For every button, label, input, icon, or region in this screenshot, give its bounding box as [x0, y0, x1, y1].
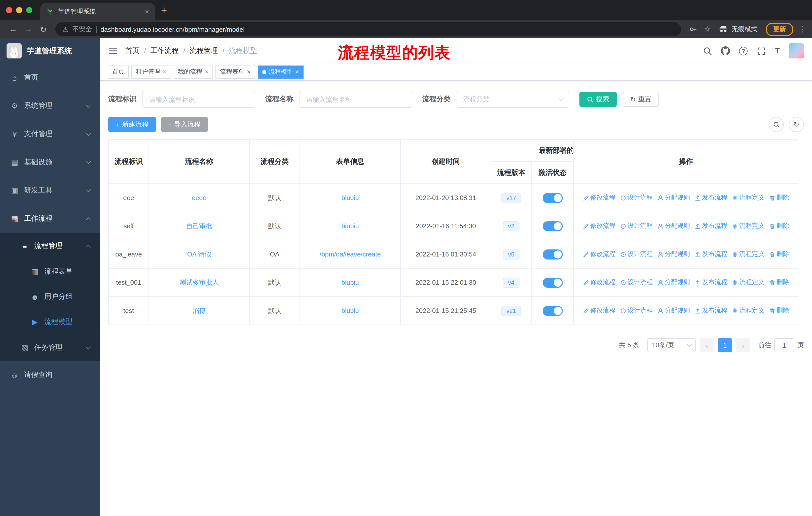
process-definition-link[interactable]: 流程定义: [732, 193, 764, 202]
assign-rule-link[interactable]: 分配规则: [657, 250, 690, 259]
tag-tenant-management[interactable]: 租户管理 ×: [132, 65, 171, 78]
fullscreen-icon[interactable]: [757, 46, 766, 55]
browser-tab[interactable]: 芋道管理系统 ×: [40, 3, 155, 20]
active-status-toggle[interactable]: [543, 277, 562, 288]
publish-process-link[interactable]: 发布流程: [694, 306, 727, 315]
tag-home[interactable]: 首页: [108, 65, 129, 78]
active-status-toggle[interactable]: [543, 249, 562, 259]
zoom-window-button[interactable]: [26, 7, 32, 13]
process-name-link[interactable]: 测试多审批人: [179, 278, 219, 286]
close-window-button[interactable]: [6, 7, 12, 13]
design-process-link[interactable]: 设计流程: [620, 278, 653, 287]
form-info-link[interactable]: /bpm/oa/leave/create: [320, 250, 381, 258]
active-status-toggle[interactable]: [543, 193, 562, 203]
prev-page-button[interactable]: ‹: [700, 338, 714, 352]
form-info-link[interactable]: biubiu: [341, 222, 359, 230]
reload-icon[interactable]: ↻: [36, 24, 50, 34]
sidebar-item-system-management[interactable]: ⚙ 系统管理: [0, 92, 100, 120]
form-info-link[interactable]: biubiu: [341, 307, 359, 315]
process-definition-link[interactable]: 流程定义: [732, 306, 764, 315]
toggle-search-button[interactable]: [769, 117, 784, 132]
close-tab-icon[interactable]: ×: [145, 7, 149, 16]
process-definition-link[interactable]: 流程定义: [732, 278, 764, 287]
assign-rule-link[interactable]: 分配规则: [657, 306, 690, 315]
browser-menu-icon[interactable]: ⋮: [799, 25, 806, 34]
version-badge[interactable]: v5: [503, 249, 519, 259]
minimize-window-button[interactable]: [16, 7, 22, 13]
process-name-link[interactable]: 自己审批: [186, 222, 212, 229]
sidebar-item-leave-query[interactable]: ☺ 请假查询: [0, 361, 100, 389]
delete-link[interactable]: 删除: [769, 222, 789, 230]
design-process-link[interactable]: 设计流程: [620, 193, 653, 202]
sidebar-item-task-management[interactable]: ▧ 任务管理: [0, 334, 100, 361]
close-icon[interactable]: ×: [295, 69, 299, 75]
process-definition-link[interactable]: 流程定义: [732, 250, 764, 259]
address-bar[interactable]: ⚠ 不安全 dashboard.yudao.iocoder.cn/bpm/man…: [55, 22, 681, 36]
form-info-link[interactable]: biubiu: [341, 279, 359, 286]
help-icon[interactable]: ?: [739, 47, 748, 55]
process-name-link[interactable]: OA 请假: [187, 250, 211, 258]
current-page-button[interactable]: 1: [718, 338, 732, 352]
process-name-link[interactable]: eeee: [192, 194, 206, 201]
publish-process-link[interactable]: 发布流程: [694, 193, 727, 202]
tag-process-form[interactable]: 流程表单 ×: [215, 65, 255, 78]
close-icon[interactable]: ×: [205, 69, 208, 75]
font-size-icon[interactable]: T: [775, 46, 780, 55]
publish-process-link[interactable]: 发布流程: [694, 278, 727, 287]
form-info-link[interactable]: biubiu: [341, 194, 359, 201]
modify-process-link[interactable]: 修改流程: [583, 222, 615, 230]
user-avatar[interactable]: [789, 43, 804, 58]
design-process-link[interactable]: 设计流程: [620, 222, 653, 230]
breadcrumb-item[interactable]: 首页: [125, 46, 140, 55]
design-process-link[interactable]: 设计流程: [620, 306, 653, 315]
process-category-select[interactable]: 流程分类: [457, 91, 569, 108]
version-badge[interactable]: v17: [501, 193, 521, 203]
assign-rule-link[interactable]: 分配规则: [657, 278, 690, 287]
active-status-toggle[interactable]: [543, 221, 562, 231]
sidebar-item-process-model[interactable]: ▶ 流程模型: [0, 309, 100, 334]
process-definition-link[interactable]: 流程定义: [732, 222, 764, 230]
security-warning-icon[interactable]: ⚠: [62, 25, 68, 33]
search-button[interactable]: 搜索: [579, 92, 617, 107]
delete-link[interactable]: 删除: [769, 193, 789, 202]
sidebar-item-infrastructure[interactable]: ▤ 基础设施: [0, 148, 100, 176]
delete-link[interactable]: 删除: [769, 278, 789, 287]
publish-process-link[interactable]: 发布流程: [694, 222, 727, 230]
sidebar-item-payment-management[interactable]: ¥ 支付管理: [0, 120, 100, 148]
goto-page-input[interactable]: [774, 338, 794, 352]
publish-process-link[interactable]: 发布流程: [694, 250, 727, 259]
import-process-button[interactable]: ↑ 导入流程: [161, 117, 208, 132]
process-id-input[interactable]: [142, 91, 255, 108]
version-badge[interactable]: v4: [503, 277, 519, 288]
update-button[interactable]: 更新: [766, 22, 793, 36]
version-badge[interactable]: v21: [501, 306, 521, 316]
breadcrumb-item[interactable]: 流程管理: [190, 46, 218, 55]
sidebar-item-dev-tools[interactable]: ▣ 研发工具: [0, 176, 100, 205]
menu-fold-icon[interactable]: [108, 47, 117, 55]
assign-rule-link[interactable]: 分配规则: [657, 222, 690, 230]
forward-icon[interactable]: →: [21, 25, 35, 34]
back-icon[interactable]: ←: [6, 25, 20, 34]
bookmark-star-icon[interactable]: ☆: [704, 25, 711, 34]
password-key-icon[interactable]: [689, 25, 697, 33]
new-tab-button[interactable]: +: [161, 5, 167, 15]
reset-button[interactable]: ↻ 重置: [623, 92, 659, 107]
page-size-select[interactable]: 10条/页: [647, 338, 696, 352]
modify-process-link[interactable]: 修改流程: [583, 250, 615, 259]
version-badge[interactable]: v2: [503, 221, 519, 231]
sidebar-item-workflow[interactable]: ▦ 工作流程: [0, 205, 100, 233]
process-name-input[interactable]: [299, 91, 412, 108]
breadcrumb-item[interactable]: 工作流程: [150, 46, 179, 55]
modify-process-link[interactable]: 修改流程: [583, 278, 615, 287]
search-icon[interactable]: [703, 46, 712, 55]
create-process-button[interactable]: + 新建流程: [108, 117, 156, 132]
modify-process-link[interactable]: 修改流程: [583, 306, 615, 315]
sidebar-item-process-management[interactable]: ≡ 流程管理: [0, 233, 100, 259]
active-status-toggle[interactable]: [543, 306, 562, 316]
close-icon[interactable]: ×: [163, 69, 166, 75]
delete-link[interactable]: 删除: [769, 250, 789, 259]
github-icon[interactable]: [721, 46, 730, 55]
modify-process-link[interactable]: 修改流程: [583, 193, 615, 202]
next-page-button[interactable]: ›: [736, 338, 750, 352]
sidebar-item-user-group[interactable]: ☻ 用户分组: [0, 284, 100, 309]
